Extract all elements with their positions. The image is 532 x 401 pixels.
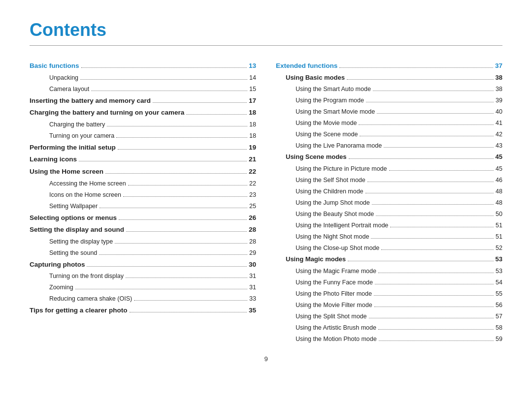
toc-page: 25 — [249, 201, 256, 211]
toc-entry: Extended functions37 — [276, 61, 502, 71]
toc-dots — [91, 91, 247, 91]
toc-dots — [390, 227, 494, 227]
toc-entry: Using the Intelligent Portrait mode51 — [276, 220, 502, 230]
toc-entry: Using the Beauty Shot mode50 — [276, 209, 502, 219]
page-number: 9 — [30, 355, 502, 363]
toc-label: Setting the display and sound — [30, 224, 124, 235]
toc-label: Selecting options or menus — [30, 213, 117, 223]
toc-label: Using the Night Shot mode — [296, 232, 369, 242]
toc-entry: Tips for getting a clearer photo35 — [30, 305, 256, 316]
toc-entry: Using the Smart Movie mode40 — [276, 107, 502, 117]
toc-dots — [123, 196, 247, 197]
toc-label: Using the Split Shot mode — [296, 311, 367, 321]
toc-dots — [369, 318, 494, 318]
toc-label: Using the Self Shot mode — [296, 175, 366, 185]
toc-dots — [375, 284, 494, 284]
toc-entry: Using the Live Panorama mode43 — [276, 141, 502, 151]
toc-label: Tips for getting a clearer photo — [30, 305, 128, 316]
toc-entry: Using the Smart Auto mode38 — [276, 84, 502, 94]
toc-page: 31 — [249, 282, 256, 292]
toc-entry: Using the Funny Face mode54 — [276, 278, 502, 287]
toc-dots — [115, 243, 247, 244]
toc-dots — [118, 149, 247, 150]
toc-page: 37 — [495, 61, 502, 71]
toc-dots — [99, 254, 247, 255]
toc-entry: Charging the battery and turning on your… — [30, 107, 256, 118]
toc-entry: Using the Movie mode41 — [276, 118, 502, 128]
toc-dots — [186, 114, 247, 115]
toc-page: 46 — [496, 175, 502, 185]
toc-dots — [349, 158, 494, 159]
toc-page: 22 — [249, 166, 256, 177]
toc-label: Turning on the front display — [49, 271, 124, 281]
toc-page: 50 — [496, 209, 502, 219]
toc-columns: Basic functions13Unpacking14Camera layou… — [30, 61, 502, 345]
right-column: Extended functions37Using Basic modes38U… — [276, 61, 502, 345]
toc-entry: Turning on the front display31 — [30, 271, 256, 281]
toc-page: 29 — [249, 248, 256, 258]
toc-dots — [374, 307, 494, 307]
toc-page: 19 — [249, 142, 256, 153]
toc-dots — [366, 193, 494, 193]
toc-entry: Using the Split Shot mode57 — [276, 311, 502, 321]
toc-dots — [79, 161, 247, 161]
toc-label: Using the Beauty Shot mode — [296, 209, 374, 219]
toc-dots — [384, 147, 494, 148]
toc-dots — [80, 79, 247, 80]
toc-dots — [381, 249, 494, 250]
toc-page: 17 — [249, 95, 256, 106]
toc-dots — [153, 102, 247, 103]
toc-page: 41 — [496, 118, 502, 128]
toc-entry: Zooming31 — [30, 282, 256, 292]
toc-label: Using Scene modes — [286, 152, 347, 162]
toc-entry: Using Basic modes38 — [276, 73, 502, 83]
left-column: Basic functions13Unpacking14Camera layou… — [30, 61, 256, 345]
toc-label: Reducing camera shake (OIS) — [49, 294, 132, 304]
toc-label: Using the Live Panorama mode — [296, 141, 382, 151]
toc-dots — [348, 261, 493, 261]
toc-label: Using Basic modes — [286, 73, 345, 83]
toc-dots — [377, 113, 494, 114]
toc-dots — [87, 266, 246, 267]
toc-dots — [367, 182, 494, 182]
toc-page: 51 — [496, 232, 502, 242]
toc-dots — [347, 79, 494, 80]
toc-page: 26 — [249, 213, 256, 223]
toc-label: Accessing the Home screen — [49, 179, 126, 188]
toc-entry: Using the Magic Frame mode53 — [276, 266, 502, 276]
toc-entry: Using Scene modes45 — [276, 152, 502, 162]
toc-page: 31 — [249, 271, 256, 281]
toc-page: 59 — [496, 334, 502, 344]
toc-page: 15 — [249, 84, 256, 94]
toc-dots — [116, 137, 247, 138]
toc-label: Using the Movie mode — [296, 118, 357, 128]
toc-label: Using the Movie Filter mode — [296, 300, 372, 310]
toc-page: 42 — [496, 129, 502, 139]
toc-label: Using Magic modes — [286, 254, 346, 265]
toc-dots — [366, 102, 494, 102]
toc-page: 23 — [249, 190, 256, 200]
toc-entry: Setting the display type28 — [30, 237, 256, 247]
toc-entry: Using the Self Shot mode46 — [276, 175, 502, 185]
toc-page: 53 — [496, 254, 502, 265]
toc-page: 18 — [249, 120, 256, 129]
toc-entry: Using the Picture in Picture mode45 — [276, 164, 502, 174]
toc-dots — [359, 124, 494, 125]
toc-page: 58 — [496, 323, 502, 333]
toc-entry: Capturing photos30 — [30, 259, 256, 270]
toc-dots — [126, 231, 247, 232]
toc-entry: Unpacking14 — [30, 73, 256, 83]
toc-dots — [372, 204, 494, 205]
toc-entry: Using the Motion Photo mode59 — [276, 334, 502, 344]
toc-dots — [119, 219, 247, 220]
toc-page: 55 — [496, 289, 502, 299]
toc-entry: Setting the sound29 — [30, 248, 256, 258]
toc-entry: Setting Wallpaper25 — [30, 201, 256, 211]
toc-entry: Using the Scene mode42 — [276, 129, 502, 139]
toc-page: 45 — [496, 164, 502, 174]
toc-label: Setting the display type — [49, 237, 113, 247]
toc-dots — [360, 136, 494, 136]
toc-label: Using the Smart Movie mode — [296, 107, 375, 117]
toc-label: Turning on your camera — [49, 131, 114, 141]
toc-label: Using the Motion Photo mode — [296, 334, 377, 344]
